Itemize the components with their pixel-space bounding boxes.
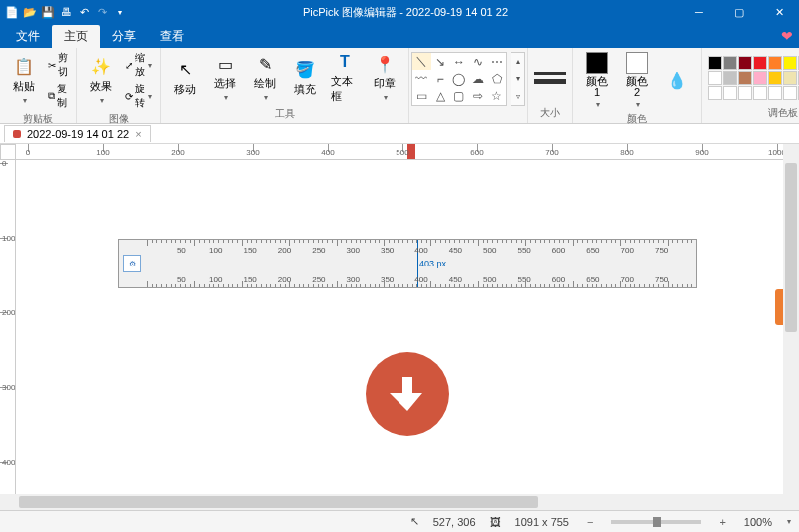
gear-icon[interactable]: ⚙ — [123, 255, 141, 272]
shape-more-icon[interactable]: ⋯ — [487, 53, 506, 70]
ruler-vertical[interactable]: 0100200300400 — [0, 160, 16, 494]
print-icon[interactable]: 🖶 — [58, 4, 74, 20]
shape-ellipse-icon[interactable]: ◯ — [450, 70, 469, 87]
color-swatch[interactable] — [738, 71, 752, 85]
rotate-button[interactable]: ⟳旋转▾ — [123, 81, 154, 111]
scrollbar-h-thumb[interactable] — [19, 496, 538, 508]
open-icon[interactable]: 📂 — [22, 4, 38, 20]
canvas-viewport[interactable]: ⚙ 403 px 5010015020025030035040045050055… — [16, 160, 783, 494]
color2-button[interactable]: 颜色 2▾ — [619, 50, 655, 111]
ribbon: 📋 粘贴 ▾ ✂剪切 ⧉复制 剪贴板 ✨ 效果 ▾ ⤢缩放▾ ⟳旋转▾ 图像 — [0, 48, 799, 124]
wand-icon: ✨ — [91, 57, 111, 77]
shapes-expand[interactable]: ▿ — [511, 88, 524, 105]
document-tab[interactable]: 2022-09-19 14 01 22 × — [4, 125, 151, 142]
shape-poly-icon[interactable]: ⬠ — [487, 70, 506, 87]
shape-arrowr-icon[interactable]: ⇨ — [468, 88, 487, 105]
down-arrow-badge — [366, 352, 449, 436]
line-width-picker[interactable] — [534, 72, 566, 84]
color-swatch[interactable] — [783, 71, 797, 85]
document-canvas[interactable]: ⚙ 403 px 5010015020025030035040045050055… — [28, 163, 783, 494]
tab-share[interactable]: 分享 — [100, 25, 148, 48]
heart-icon[interactable]: ❤ — [781, 28, 793, 44]
new-icon[interactable]: 📄 — [4, 4, 20, 20]
color1-button[interactable]: 颜色 1▾ — [579, 50, 615, 111]
shape-arrow-icon[interactable]: ↘ — [431, 53, 450, 70]
shape-star-icon[interactable]: ☆ — [487, 88, 506, 105]
color-swatch[interactable] — [753, 56, 767, 70]
status-bar: ↖ 527, 306 🖼 1091 x 755 − + 100% ▾ — [0, 510, 799, 532]
shape-zig-icon[interactable]: 〰 — [412, 70, 431, 87]
color-swatch[interactable] — [738, 56, 752, 70]
shape-line-icon[interactable]: ＼ — [412, 53, 431, 70]
maximize-button[interactable]: ▢ — [719, 0, 759, 24]
modified-dot-icon — [13, 130, 21, 138]
shape-rect-icon[interactable]: ▭ — [412, 88, 431, 105]
side-handle[interactable] — [775, 289, 783, 325]
shapes-gallery[interactable]: ＼ ↘ ↔ ∿ ⋯ 〰 ⌐ ◯ ☁ ⬠ ▭ △ ▢ ⇨ ☆ — [411, 52, 507, 106]
color-swatch[interactable] — [753, 86, 767, 100]
resize-button[interactable]: ⤢缩放▾ — [123, 50, 154, 80]
color-swatch[interactable] — [708, 86, 722, 100]
eyedropper-button[interactable]: 💧 — [659, 69, 695, 93]
zoom-dropdown-icon[interactable]: ▾ — [787, 517, 791, 526]
cut-button[interactable]: ✂剪切 — [46, 50, 70, 80]
undo-icon[interactable]: ↶ — [76, 4, 92, 20]
group-color-label: 颜色 — [627, 111, 647, 127]
qat-dropdown-icon[interactable]: ▾ — [112, 4, 128, 20]
ribbon-tabs: 文件 主页 分享 查看 ❤ — [0, 24, 799, 48]
minimize-button[interactable]: ─ — [679, 0, 719, 24]
color-swatch[interactable] — [708, 56, 722, 70]
select-tool[interactable]: ▭选择▾ — [207, 52, 243, 104]
ruler-horizontal[interactable]: 01002003004005006007008009001000 — [16, 144, 783, 160]
shape-round-icon[interactable]: ▢ — [450, 88, 469, 105]
color-swatch[interactable] — [768, 71, 782, 85]
tab-file[interactable]: 文件 — [4, 25, 52, 48]
effects-button[interactable]: ✨ 效果 ▾ — [83, 55, 119, 107]
ruler-corner — [0, 144, 16, 160]
text-tool[interactable]: T文本框 — [327, 50, 363, 106]
paste-button[interactable]: 📋 粘贴 ▾ — [6, 55, 42, 107]
color-swatch[interactable] — [723, 71, 737, 85]
eyedropper-icon: 💧 — [667, 71, 687, 91]
close-button[interactable]: ✕ — [759, 0, 799, 24]
move-tool[interactable]: ↖移动 — [167, 58, 203, 99]
bucket-icon: 🪣 — [295, 60, 315, 80]
stamp-tool[interactable]: 📍印章▾ — [367, 52, 402, 104]
group-image: ✨ 效果 ▾ ⤢缩放▾ ⟳旋转▾ 图像 — [77, 48, 161, 123]
group-size-label: 大小 — [540, 105, 560, 121]
color-swatch[interactable] — [753, 71, 767, 85]
zoom-slider[interactable] — [611, 520, 701, 524]
scrollbar-horizontal[interactable] — [16, 494, 783, 510]
shape-curve-icon[interactable]: ∿ — [468, 53, 487, 70]
shape-double-icon[interactable]: ↔ — [450, 53, 469, 70]
scrollbar-v-thumb[interactable] — [785, 163, 797, 332]
color-swatch[interactable] — [783, 86, 797, 100]
color-swatch[interactable] — [723, 56, 737, 70]
tab-view[interactable]: 查看 — [148, 25, 196, 48]
color-swatch[interactable] — [708, 71, 722, 85]
color-swatch[interactable] — [783, 56, 797, 70]
close-tab-icon[interactable]: × — [135, 128, 141, 140]
color-swatch[interactable] — [768, 56, 782, 70]
copy-button[interactable]: ⧉复制 — [46, 81, 70, 111]
zoom-out-button[interactable]: − — [583, 516, 597, 528]
shapes-scroll-up[interactable]: ▴ — [511, 53, 524, 70]
color-swatch[interactable] — [768, 86, 782, 100]
color-palette[interactable] — [708, 56, 799, 100]
color-swatch[interactable] — [738, 86, 752, 100]
color-swatch[interactable] — [723, 86, 737, 100]
save-icon[interactable]: 💾 — [40, 4, 56, 20]
redo-icon[interactable]: ↷ — [94, 4, 110, 20]
shape-cloud-icon[interactable]: ☁ — [468, 70, 487, 87]
zoom-slider-thumb[interactable] — [653, 517, 661, 527]
pixel-ruler-tool[interactable]: ⚙ 403 px 5010015020025030035040045050055… — [118, 239, 697, 288]
zoom-in-button[interactable]: + — [715, 516, 729, 528]
fill-tool[interactable]: 🪣填充 — [287, 58, 323, 99]
tab-home[interactable]: 主页 — [52, 25, 100, 48]
scrollbar-vertical[interactable] — [783, 160, 799, 494]
shape-connector-icon[interactable]: ⌐ — [431, 70, 450, 87]
draw-tool[interactable]: ✎绘制▾ — [247, 52, 283, 104]
shape-tri-icon[interactable]: △ — [431, 88, 450, 105]
shapes-scroll-down[interactable]: ▾ — [511, 70, 524, 87]
group-shapes: ＼ ↘ ↔ ∿ ⋯ 〰 ⌐ ◯ ☁ ⬠ ▭ △ ▢ ⇨ ☆ ▴ ▾ ▿ — [409, 48, 528, 123]
